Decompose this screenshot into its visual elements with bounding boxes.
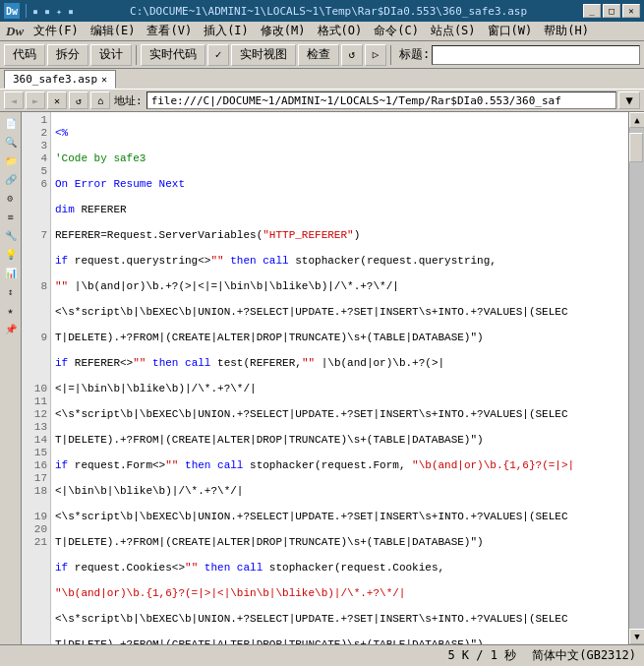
menu-file[interactable]: 文件(F) (28, 21, 85, 41)
code-line-9c: <\s*script\b|\bEXEC\b|UNION.+?SELECT|UPD… (55, 613, 624, 626)
minimize-button[interactable]: _ (583, 4, 601, 18)
panel-icon-12[interactable]: 📌 (2, 320, 20, 337)
panel-icon-2[interactable]: 🔍 (2, 133, 20, 151)
panel-icon-6[interactable]: ≡ (2, 208, 20, 225)
nav-refresh-button[interactable]: ↺ (69, 91, 88, 109)
code-line-1: <% (55, 127, 624, 140)
menu-help[interactable]: 帮助(H) (538, 21, 595, 41)
panel-icon-11[interactable]: ★ (2, 301, 20, 319)
code-view-button[interactable]: 代码 (4, 44, 45, 66)
code-line-9d: T|DELETE).+?FROM|(CREATE|ALTER|DROP|TRUN… (55, 638, 624, 644)
vertical-scrollbar[interactable]: ▲ ▼ (628, 112, 644, 644)
encoding-status: 简体中文(GB2312) (532, 647, 636, 664)
nav-back-button[interactable]: ◄ (4, 91, 24, 109)
code-line-5: REFERER=Request.ServerVariables("HTTP_RE… (55, 229, 624, 242)
toolbar-separator2 (390, 45, 391, 65)
realtime-code-button[interactable]: 实时代码 (141, 44, 205, 66)
panel-icon-9[interactable]: 📊 (2, 264, 20, 281)
code-line-6a: if request.querystring<>"" then call sto… (55, 255, 624, 268)
line-num-5: 5 (22, 165, 47, 178)
dw-logo-text: Dw (6, 6, 18, 17)
design-view-button[interactable]: 设计 (90, 44, 132, 66)
line-num-15: 15 (22, 447, 47, 459)
menu-edit[interactable]: 编辑(E) (85, 21, 142, 41)
nav-home-button[interactable]: ⌂ (90, 91, 110, 109)
dw-logo-icon: Dw (4, 3, 20, 19)
realtime-view-button[interactable]: 实时视图 (231, 44, 296, 66)
line-num-6: 6 (22, 178, 47, 191)
window-controls[interactable]: _ □ ✕ (583, 4, 640, 18)
code-line-3: On Error Resume Next (55, 178, 624, 191)
line-num-20: 20 (22, 523, 47, 536)
line-num-6d (22, 216, 47, 229)
line-num-1: 1 (22, 114, 47, 127)
dw-menu-logo: Dw (2, 24, 28, 39)
nav-stop-button[interactable]: ✕ (47, 91, 67, 109)
preview-icon[interactable]: ▷ (365, 44, 386, 66)
code-line-8b: <|\bin\b|\blike\b)|/\*.+?\*/| (55, 485, 624, 498)
line-num-18: 18 (22, 485, 47, 498)
path-go-button[interactable]: ▼ (618, 91, 640, 109)
menu-format[interactable]: 格式(O) (312, 21, 369, 41)
line-num-10: 10 (22, 383, 47, 395)
menu-view[interactable]: 查看(V) (141, 21, 198, 41)
title-input[interactable] (432, 45, 640, 65)
scroll-track[interactable] (629, 128, 644, 629)
line-num-9b (22, 344, 47, 357)
window-path-title: C:\DOCUME~1\ADMINI~1\LOCALS~1\Temp\Rar$D… (74, 5, 583, 18)
line-num-7b (22, 242, 47, 255)
scroll-thumb[interactable] (629, 133, 643, 162)
code-line-8c: <\s*script\b|\bEXEC\b|UNION.+?SELECT|UPD… (55, 511, 624, 523)
menu-site[interactable]: 站点(S) (425, 21, 482, 41)
line-numbers: 1 2 3 4 5 6 7 8 9 10 11 12 13 14 15 16 1… (22, 112, 51, 644)
line-num-13: 13 (22, 421, 47, 434)
menu-command[interactable]: 命令(C) (368, 21, 425, 41)
check-button[interactable]: 检查 (298, 44, 339, 66)
code-line-7d: T|DELETE).+?FROM|(CREATE|ALTER|DROP|TRUN… (55, 434, 624, 447)
panel-icon-3[interactable]: 📁 (2, 151, 20, 169)
menu-insert[interactable]: 插入(I) (198, 21, 255, 41)
scroll-up-button[interactable]: ▲ (629, 112, 644, 128)
panel-icon-10[interactable]: ↕ (2, 282, 20, 300)
panel-icon-7[interactable]: 🔧 (2, 226, 20, 244)
code-line-7a: if REFERER<>"" then call test(REFERER,""… (55, 357, 624, 370)
code-line-9b: "\b(and|or)\b.{1,6}?(=|>|<|\bin\b|\blike… (55, 587, 624, 600)
panel-icon-1[interactable]: 📄 (2, 114, 20, 132)
line-num-21: 21 (22, 536, 47, 549)
scroll-down-button[interactable]: ▼ (629, 629, 644, 644)
code-line-6d: T|DELETE).+?FROM|(CREATE|ALTER|DROP|TRUN… (55, 332, 624, 344)
toolbar: 代码 拆分 设计 实时代码 ✓ 实时视图 检查 ↺ ▷ 标题: (0, 41, 644, 69)
line-num-7: 7 (22, 229, 47, 242)
line-num-14: 14 (22, 434, 47, 447)
tab-close-icon[interactable]: ✕ (101, 74, 107, 85)
tab-bar: 360_safe3.asp ✕ (0, 69, 644, 89)
line-num-8d (22, 319, 47, 332)
maximize-button[interactable]: □ (603, 4, 620, 18)
realtime-check-icon[interactable]: ✓ (207, 44, 229, 66)
address-input[interactable] (146, 91, 616, 109)
line-num-6c (22, 204, 47, 216)
panel-icon-4[interactable]: 🔗 (2, 170, 20, 188)
line-num-2: 2 (22, 127, 47, 140)
split-view-button[interactable]: 拆分 (47, 44, 88, 66)
panel-icon-5[interactable]: ⚙ (2, 189, 20, 207)
menu-window[interactable]: 窗口(W) (482, 21, 539, 41)
title-bar: Dw ▪ ▪ ✦ ▪ C:\DOCUME~1\ADMINI~1\LOCALS~1… (0, 0, 644, 22)
file-tab[interactable]: 360_safe3.asp ✕ (4, 70, 116, 89)
panel-icon-8[interactable]: 💡 (2, 245, 20, 263)
line-num-18b (22, 498, 47, 511)
code-line-6c: <\s*script\b|\bEXEC\b|UNION.+?SELECT|UPD… (55, 306, 624, 319)
menu-modify[interactable]: 修改(M) (255, 21, 312, 41)
refresh-icon[interactable]: ↺ (341, 44, 363, 66)
menu-bar: Dw 文件(F) 编辑(E) 查看(V) 插入(I) 修改(M) 格式(O) 命… (0, 22, 644, 41)
title-bar-left: Dw ▪ ▪ ✦ ▪ (4, 3, 74, 19)
file-size-status: 5 K / 1 秒 (447, 647, 516, 664)
close-button[interactable]: ✕ (622, 4, 640, 18)
code-line-8a: if request.Form<>"" then call stophacker… (55, 459, 624, 472)
nav-forward-button[interactable]: ► (26, 91, 45, 109)
line-num-8b (22, 293, 47, 306)
code-editor[interactable]: <% 'Code by safe3 On Error Resume Next d… (51, 112, 628, 644)
line-num-9: 9 (22, 332, 47, 344)
toolbar-separator (136, 45, 137, 65)
title-label: 标题: (399, 46, 430, 63)
